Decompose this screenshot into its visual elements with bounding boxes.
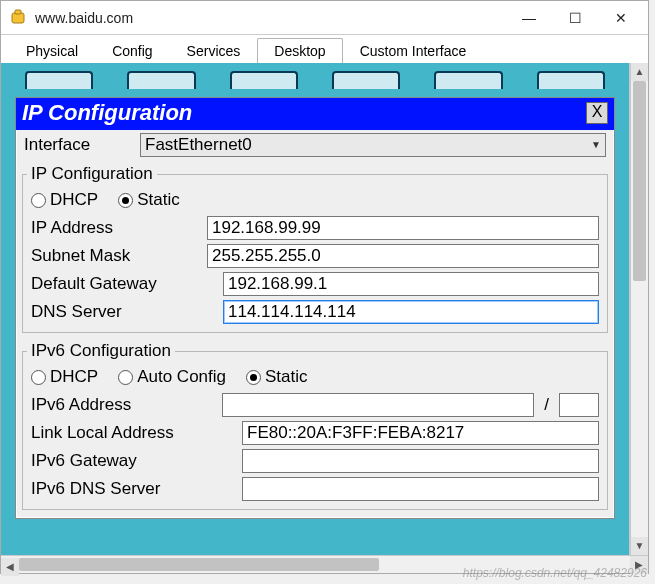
app-window: www.baidu.com — ☐ ✕ Physical Config Serv…	[0, 0, 649, 574]
ip-address-input[interactable]	[207, 216, 599, 240]
default-gateway-input[interactable]	[223, 272, 599, 296]
subnet-mask-label: Subnet Mask	[31, 246, 201, 266]
ipv6-address-row: IPv6 Address /	[27, 391, 603, 419]
interface-label: Interface	[24, 135, 134, 155]
window-title: www.baidu.com	[35, 10, 506, 26]
default-gateway-row: Default Gateway	[27, 270, 603, 298]
ipv6-address-input[interactable]	[222, 393, 534, 417]
horizontal-scroll-thumb[interactable]	[19, 558, 379, 571]
scroll-right-button[interactable]: ▶	[630, 556, 648, 574]
ipv6-prefix-input[interactable]	[559, 393, 599, 417]
ipv6-link-local-input[interactable]	[242, 421, 599, 445]
radio-icon	[31, 193, 46, 208]
tabstrip: Physical Config Services Desktop Custom …	[1, 35, 648, 65]
titlebar: www.baidu.com — ☐ ✕	[1, 1, 648, 35]
ipv6-legend: IPv6 Configuration	[27, 341, 175, 361]
tab-services[interactable]: Services	[170, 38, 258, 65]
tab-physical[interactable]: Physical	[9, 38, 95, 65]
tab-custom-interface[interactable]: Custom Interface	[343, 38, 484, 65]
app-favicon	[9, 8, 29, 28]
tab-config[interactable]: Config	[95, 38, 169, 65]
ipv4-legend: IP Configuration	[27, 164, 157, 184]
desktop-tile[interactable]	[127, 71, 195, 89]
ipv4-fieldset: IP Configuration DHCP Static IP Address	[22, 164, 608, 333]
subnet-mask-row: Subnet Mask	[27, 242, 603, 270]
ip-configuration-titlebar: IP Configuration X	[16, 98, 614, 130]
content-area: IP Configuration X Interface FastEtherne…	[1, 63, 630, 555]
ipv6-gateway-label: IPv6 Gateway	[31, 451, 236, 471]
desktop-tile[interactable]	[537, 71, 605, 89]
ipv6-dns-label: IPv6 DNS Server	[31, 479, 236, 499]
subnet-mask-input[interactable]	[207, 244, 599, 268]
radio-icon	[118, 193, 133, 208]
ip-configuration-close-button[interactable]: X	[586, 102, 608, 124]
scroll-up-button[interactable]: ▲	[631, 63, 648, 81]
vertical-scrollbar[interactable]: ▲ ▼	[630, 63, 648, 555]
ipv6-mode-dhcp[interactable]: DHCP	[31, 367, 98, 387]
ipv6-dns-input[interactable]	[242, 477, 599, 501]
ipv6-mode-dhcp-label: DHCP	[50, 367, 98, 387]
scroll-left-button[interactable]: ◀	[1, 558, 19, 576]
window-maximize-button[interactable]: ☐	[552, 3, 598, 33]
ip-address-label: IP Address	[31, 218, 201, 238]
ipv6-mode-row: DHCP Auto Config Static	[27, 365, 603, 391]
ip-configuration-window: IP Configuration X Interface FastEtherne…	[15, 97, 615, 519]
ip-address-row: IP Address	[27, 214, 603, 242]
interface-row: Interface FastEthernet0	[16, 130, 614, 160]
ipv6-gateway-row: IPv6 Gateway	[27, 447, 603, 475]
desktop-app-tiles	[25, 71, 605, 93]
horizontal-scrollbar[interactable]: ◀ ▶	[1, 555, 648, 573]
ipv6-prefix-separator: /	[540, 395, 553, 415]
interface-select[interactable]: FastEthernet0	[140, 133, 606, 157]
ipv6-address-label: IPv6 Address	[31, 395, 216, 415]
tab-desktop[interactable]: Desktop	[257, 38, 342, 65]
ipv6-dns-row: IPv6 DNS Server	[27, 475, 603, 503]
radio-icon	[118, 370, 133, 385]
svg-rect-1	[15, 10, 21, 14]
ipv6-fieldset: IPv6 Configuration DHCP Auto Config S	[22, 341, 608, 510]
ip-configuration-title: IP Configuration	[22, 100, 586, 126]
ipv4-mode-static-label: Static	[137, 190, 180, 210]
ipv6-mode-auto-label: Auto Config	[137, 367, 226, 387]
ipv6-mode-static-label: Static	[265, 367, 308, 387]
vertical-scroll-thumb[interactable]	[633, 81, 646, 281]
ipv4-mode-static[interactable]: Static	[118, 190, 180, 210]
window-close-button[interactable]: ✕	[598, 3, 644, 33]
scroll-down-button[interactable]: ▼	[631, 537, 648, 555]
desktop-background: IP Configuration X Interface FastEtherne…	[1, 63, 629, 555]
ipv6-mode-static[interactable]: Static	[246, 367, 308, 387]
ipv6-mode-auto[interactable]: Auto Config	[118, 367, 226, 387]
desktop-tile[interactable]	[434, 71, 502, 89]
desktop-tile[interactable]	[25, 71, 93, 89]
default-gateway-label: Default Gateway	[31, 274, 217, 294]
dns-server-input[interactable]	[223, 300, 599, 324]
interface-selected-value: FastEthernet0	[145, 135, 252, 155]
radio-icon	[246, 370, 261, 385]
ipv4-mode-row: DHCP Static	[27, 188, 603, 214]
ipv6-gateway-input[interactable]	[242, 449, 599, 473]
ipv6-link-local-label: Link Local Address	[31, 423, 236, 443]
ipv4-mode-dhcp[interactable]: DHCP	[31, 190, 98, 210]
desktop-tile[interactable]	[230, 71, 298, 89]
ipv4-mode-dhcp-label: DHCP	[50, 190, 98, 210]
dns-server-label: DNS Server	[31, 302, 217, 322]
radio-icon	[31, 370, 46, 385]
desktop-tile[interactable]	[332, 71, 400, 89]
ipv6-link-local-row: Link Local Address	[27, 419, 603, 447]
dns-server-row: DNS Server	[27, 298, 603, 326]
window-minimize-button[interactable]: —	[506, 3, 552, 33]
